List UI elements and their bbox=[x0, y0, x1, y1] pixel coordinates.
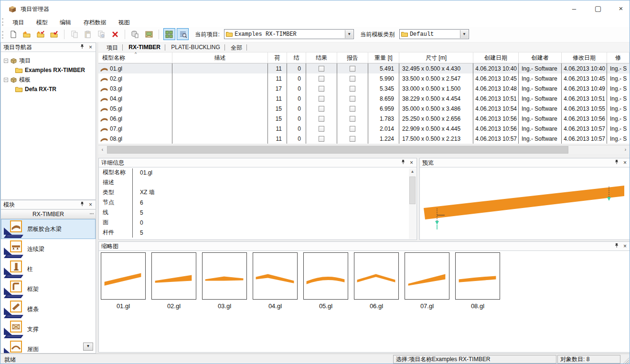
current-project-combobox[interactable]: Examples RX-TIMBER ▼ bbox=[224, 29, 354, 39]
dropdown-arrow-icon[interactable]: ▼ bbox=[460, 30, 468, 38]
results-checkbox[interactable] bbox=[319, 116, 324, 122]
tab-plate-buckling[interactable]: PLATE-BUCKLING bbox=[167, 42, 224, 52]
results-checkbox[interactable] bbox=[319, 66, 324, 72]
menu-edit[interactable]: 编辑 bbox=[54, 17, 76, 27]
table-row[interactable]: 02.gl 11 0 5.990 33.500 x 0.500 x 2.547 … bbox=[98, 73, 630, 83]
thumbnail-02[interactable]: 02.gl bbox=[151, 252, 196, 310]
delete-icon[interactable] bbox=[109, 28, 121, 40]
table-row[interactable]: 01.gl 11 0 5.491 32.495 x 0.500 x 4.430 … bbox=[98, 63, 630, 73]
column-load-cases[interactable]: 荷 bbox=[268, 52, 287, 63]
close-icon[interactable]: × bbox=[87, 201, 94, 208]
table-row[interactable]: 05.gl 15 0 6.959 35.000 x 0.500 x 3.486 … bbox=[98, 104, 630, 114]
template-category-combobox[interactable]: Default ▼ bbox=[399, 29, 469, 39]
results-checkbox[interactable] bbox=[319, 96, 324, 102]
thumbnail-03[interactable]: 03.gl bbox=[202, 252, 247, 310]
pin-icon[interactable] bbox=[78, 44, 85, 51]
tree-node-projects[interactable]: − 项目 bbox=[4, 56, 96, 65]
close-icon[interactable]: × bbox=[621, 243, 629, 250]
pin-icon[interactable] bbox=[613, 159, 620, 166]
detail-value[interactable]: 01.gl bbox=[136, 169, 152, 176]
tab-project[interactable]: 项目 bbox=[102, 42, 122, 52]
details-vertical-scrollbar[interactable]: ▲ bbox=[409, 168, 416, 239]
archive-image-icon[interactable] bbox=[143, 28, 155, 40]
tab-rx-timber[interactable]: RX-TIMBER bbox=[124, 42, 165, 52]
resize-grip[interactable] bbox=[622, 357, 629, 364]
close-icon[interactable]: × bbox=[408, 159, 415, 166]
column-modified[interactable]: 修改日期 bbox=[562, 52, 607, 63]
column-created[interactable]: 创建日期 bbox=[473, 52, 519, 63]
report-checkbox[interactable] bbox=[350, 96, 355, 102]
close-icon[interactable]: × bbox=[87, 44, 94, 51]
module-item-continuous-beam[interactable]: 连续梁 bbox=[1, 239, 96, 259]
check-project-folder-icon[interactable] bbox=[48, 28, 60, 40]
import-archive-icon[interactable] bbox=[129, 28, 141, 40]
module-item-roof[interactable]: 屋面 bbox=[1, 339, 96, 354]
report-checkbox[interactable] bbox=[350, 76, 355, 82]
results-checkbox[interactable] bbox=[319, 106, 324, 112]
column-combinations[interactable]: 结 bbox=[287, 52, 306, 63]
thumbnail-01[interactable]: 01.gl bbox=[101, 252, 146, 310]
tree-item-default-template[interactable]: Defa RX-TR bbox=[4, 84, 96, 94]
module-item-glulam-beam[interactable]: 层板胶合木梁 bbox=[1, 219, 96, 239]
new-project-folder-icon[interactable] bbox=[21, 28, 33, 40]
thumbnail-view-toggle[interactable] bbox=[163, 28, 175, 40]
module-group-header[interactable]: RX-TIMBER bbox=[1, 209, 96, 219]
close-icon[interactable]: × bbox=[621, 159, 629, 166]
table-row[interactable]: 06.gl 15 0 1.783 25.250 x 0.500 x 2.656 … bbox=[98, 114, 630, 124]
results-checkbox[interactable] bbox=[319, 86, 324, 92]
collapse-icon[interactable]: − bbox=[4, 59, 8, 63]
module-item-frame[interactable]: 框架 bbox=[1, 279, 96, 299]
edit-project-folder-icon[interactable] bbox=[34, 28, 46, 40]
module-item-column[interactable]: 柱 bbox=[1, 259, 96, 279]
collapse-icon[interactable]: − bbox=[4, 78, 8, 82]
pin-icon[interactable] bbox=[78, 201, 85, 208]
dropdown-arrow-icon[interactable]: ▼ bbox=[345, 30, 353, 38]
thumbnail-07[interactable]: 07.gl bbox=[405, 252, 449, 310]
scroll-right-icon[interactable]: › bbox=[621, 146, 630, 154]
module-item-purlin[interactable]: 檩条 bbox=[1, 299, 96, 319]
column-size[interactable]: 尺寸 [m] bbox=[399, 52, 473, 63]
column-model-name[interactable]: 模型名称^ bbox=[98, 52, 172, 63]
scroll-left-icon[interactable]: ‹ bbox=[98, 146, 107, 154]
table-row[interactable]: 07.gl 11 0 2.014 22.909 x 0.500 x 4.445 … bbox=[98, 124, 630, 134]
paste-icon[interactable] bbox=[82, 28, 94, 40]
pin-icon[interactable] bbox=[399, 159, 406, 166]
menu-archive-data[interactable]: 存档数据 bbox=[78, 17, 111, 27]
close-button[interactable]: × bbox=[610, 1, 630, 16]
report-checkbox[interactable] bbox=[350, 116, 355, 122]
report-checkbox[interactable] bbox=[350, 106, 355, 112]
thumbnail-04[interactable]: 04.gl bbox=[253, 252, 298, 310]
column-modifier[interactable]: 修 bbox=[607, 52, 630, 63]
results-checkbox[interactable] bbox=[319, 76, 324, 82]
menu-model[interactable]: 模型 bbox=[31, 17, 53, 27]
menu-project[interactable]: 项目 bbox=[7, 17, 29, 27]
module-item-bracing[interactable]: 支撑 bbox=[1, 319, 96, 339]
report-checkbox[interactable] bbox=[350, 136, 355, 142]
new-model-icon[interactable] bbox=[7, 28, 19, 40]
column-description[interactable]: 描述 bbox=[172, 52, 268, 63]
thumbnail-08[interactable]: 08.gl bbox=[455, 252, 500, 310]
report-checkbox[interactable] bbox=[350, 86, 355, 92]
column-creator[interactable]: 创建者 bbox=[519, 52, 562, 63]
column-results[interactable]: 结果 bbox=[306, 52, 337, 63]
thumbnail-06[interactable]: 06.gl bbox=[354, 252, 399, 310]
tree-item-examples-rx-timber[interactable]: Examples RX-TIMBER bbox=[4, 65, 96, 75]
tree-node-templates[interactable]: − 模板 bbox=[4, 75, 96, 84]
maximize-button[interactable]: ▢ bbox=[587, 1, 609, 16]
table-row[interactable]: 08.gl 11 0 1.224 17.500 x 0.500 x 2.213 … bbox=[98, 134, 630, 144]
column-report[interactable]: 报告 bbox=[337, 52, 368, 63]
report-checkbox[interactable] bbox=[350, 66, 355, 72]
column-weight[interactable]: 重量 [t] bbox=[368, 52, 399, 63]
table-row[interactable]: 04.gl 11 0 8.659 38.229 x 0.500 x 4.454 … bbox=[98, 94, 630, 104]
table-row[interactable]: 03.gl 17 0 5.345 33.000 x 0.500 x 1.500 … bbox=[98, 83, 630, 94]
detail-view-toggle[interactable] bbox=[177, 28, 189, 40]
scrollbar-thumb[interactable] bbox=[409, 177, 416, 204]
pin-icon[interactable] bbox=[613, 243, 620, 250]
tab-all[interactable]: 全部 bbox=[226, 42, 246, 52]
copy-icon[interactable] bbox=[68, 28, 80, 40]
results-checkbox[interactable] bbox=[319, 126, 324, 132]
table-horizontal-scrollbar[interactable]: ‹ › bbox=[98, 145, 630, 154]
minimize-button[interactable]: – bbox=[563, 1, 585, 16]
scroll-up-icon[interactable]: ▲ bbox=[409, 168, 416, 176]
scrollbar-thumb[interactable] bbox=[107, 146, 568, 154]
